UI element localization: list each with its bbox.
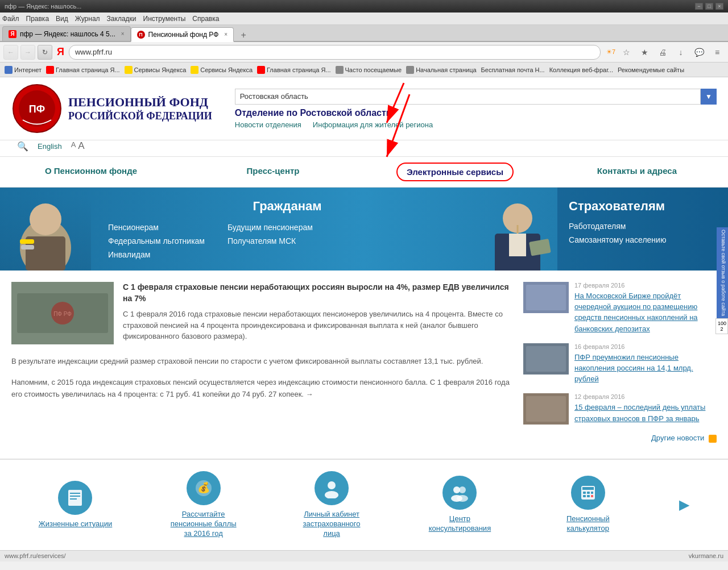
print-icon[interactable]: 🖨 (655, 45, 670, 60)
region-link-info[interactable]: Информация для жителей региона (313, 120, 433, 129)
title-bar: пфр — Яндекс: нашлось... − □ × (0, 0, 728, 13)
bottom-icon-calc: 💰 Рассчитайте пенсионные баллы за 2016 г… (167, 471, 241, 539)
bookmark-mail[interactable]: Бесплатная почта Н... (481, 66, 545, 73)
bookmark-icon[interactable]: ★ (637, 45, 652, 60)
english-link[interactable]: English (38, 142, 62, 151)
forward-button[interactable]: → (20, 45, 35, 60)
minimize-button[interactable]: − (695, 3, 703, 10)
nav-link-eservices[interactable]: Электронные сервисы (364, 157, 546, 187)
hero-link-msk[interactable]: Получателям МСК (228, 236, 313, 246)
bottom-link-life[interactable]: Жизненные ситуации (39, 519, 113, 529)
tab-pfrf[interactable]: П Пенсионный фонд РФ × (131, 27, 234, 42)
back-button[interactable]: ← (3, 45, 18, 60)
header-controls: 🔍 English А А (0, 140, 728, 156)
other-news-link[interactable]: Другие новости (523, 434, 717, 443)
bottom-link-consult[interactable]: Центр консультирования (423, 514, 497, 534)
menu-tools[interactable]: Инструменты (143, 15, 186, 23)
new-tab-button[interactable]: + (236, 30, 251, 41)
menu-help[interactable]: Справка (192, 15, 219, 23)
citizens-title: Гражданам (108, 199, 466, 214)
bookmark-home[interactable]: Начальная страница (406, 66, 476, 74)
tab-yandex[interactable]: Я пфр — Яндекс: нашлось 4 5... × (2, 26, 131, 41)
address-bar: ← → ↻ Я www.pfrf.ru ☀7 ☆ ★ 🖨 ↓ 💬 ≡ (0, 42, 728, 63)
bookmark-frequent[interactable]: Часто посещаемые (336, 66, 402, 74)
search-button[interactable]: 🔍 (17, 141, 28, 152)
hero-link-benefits[interactable]: Федеральным льготникам (108, 236, 205, 246)
sidebar-link-2[interactable]: ПФР преумножил пенсионные накопления рос… (574, 353, 693, 383)
svg-rect-14 (509, 234, 526, 256)
font-small-button[interactable]: А (71, 140, 76, 152)
feedback-right-tab[interactable]: Оставьте свой отзыв о работе сайта (717, 227, 728, 318)
sidebar-date-2: 16 февраля 2016 (574, 343, 717, 350)
nav-link-about[interactable]: О Пенсионном фонде (0, 157, 182, 185)
bottom-icon-calc-circle: 💰 (187, 471, 221, 505)
download-icon[interactable]: ↓ (673, 45, 688, 60)
menu-icon[interactable]: ≡ (710, 45, 725, 60)
url-input[interactable]: www.pfrf.ru (69, 45, 601, 60)
sidebar-thumb-1 (523, 282, 569, 313)
hero-person-right (478, 188, 557, 271)
svg-text:💰: 💰 (197, 481, 210, 494)
reload-button[interactable]: ↻ (38, 45, 52, 60)
hero-link-pensioners[interactable]: Пенсионерам (108, 223, 205, 232)
menu-edit[interactable]: Правка (26, 15, 49, 23)
menu-bookmarks[interactable]: Закладки (107, 15, 136, 23)
nav-highlight-circle: Электронные сервисы (396, 163, 514, 181)
toolbar-icons: ☀7 ☆ ★ 🖨 ↓ 💬 ≡ (606, 45, 725, 60)
nav-link-contacts[interactable]: Контакты и адреса (546, 157, 728, 185)
main-news-body: С 1 февраля страховые пенсии неработающи… (123, 282, 512, 344)
hero-link-disabled[interactable]: Инвалидам (108, 250, 205, 259)
bookmark-yandex2[interactable]: Главная страница Я... (257, 66, 331, 74)
bottom-link-calc[interactable]: Рассчитайте пенсионные баллы за 2016 год (167, 510, 241, 539)
hero-right-links: Работодателям Самозанятому населению (569, 222, 717, 244)
bottom-icons-next-button[interactable]: ▶ (679, 497, 689, 513)
sidebar-date-3: 12 февраля 2016 (574, 393, 717, 400)
svg-rect-10 (20, 239, 34, 244)
bookmark-recommended[interactable]: Рекомендуемые сайты (618, 66, 684, 73)
bookmark-icon-frequent (336, 66, 344, 74)
nav-link-press[interactable]: Пресс-центр (182, 157, 364, 185)
svg-rect-28 (70, 493, 80, 494)
sidebar-content: 17 февраля 2016 На Московской Бирже прой… (523, 282, 717, 447)
svg-point-36 (459, 486, 466, 493)
tab-close-pfrf[interactable]: × (224, 31, 228, 38)
yandex-logo[interactable]: Я (57, 46, 64, 58)
bottom-link-cabinet[interactable]: Личный кабинет застрахованного лица (295, 510, 369, 539)
bookmark-internet[interactable]: Интернет (5, 66, 42, 74)
bookmark-services2[interactable]: Сервисы Яндекса (191, 66, 253, 74)
tab-close-yandex[interactable]: × (121, 31, 125, 37)
menu-view[interactable]: Вид (56, 15, 68, 23)
bottom-icon-cabinet: Личный кабинет застрахованного лица (295, 471, 369, 539)
sidebar-news-body-1: 17 февраля 2016 На Московской Бирже прой… (574, 282, 717, 334)
bookmark-collection[interactable]: Коллекция веб-фраг... (549, 66, 613, 73)
font-large-button[interactable]: А (78, 140, 84, 152)
sidebar-news-body-2: 16 февраля 2016 ПФР преумножил пенсионны… (574, 343, 717, 385)
bookmark-yandex1[interactable]: Главная страница Я... (46, 66, 120, 74)
bottom-icons-section: Жизненные ситуации 💰 Рассчитайте пенсион… (0, 459, 728, 550)
region-dropdown-button[interactable]: ▼ (701, 89, 717, 105)
bookmark-services1[interactable]: Сервисы Яндекса (125, 66, 187, 74)
tab-favicon-yandex: Я (9, 30, 16, 38)
sidebar-news-2: 16 февраля 2016 ПФР преумножил пенсионны… (523, 343, 717, 385)
sidebar-link-3[interactable]: 15 февраля – последний день уплаты страх… (574, 403, 705, 422)
bookmark-icon-internet (5, 66, 13, 74)
hero-link-employers[interactable]: Работодателям (569, 222, 717, 231)
tab-favicon-pfrf: П (137, 31, 145, 39)
svg-rect-46 (591, 495, 593, 497)
bottom-link-pension-calc[interactable]: Пенсионный калькулятор (551, 514, 625, 534)
hero-link-future[interactable]: Будущим пенсионерам (228, 223, 313, 232)
menu-file[interactable]: Файл (2, 15, 19, 23)
star-icon[interactable]: ☆ (619, 45, 634, 60)
main-content: ПФ РФ С 1 февраля страховые пенсии нераб… (11, 282, 512, 447)
menu-journal[interactable]: Журнал (75, 15, 100, 23)
sidebar-thumb-2 (523, 343, 569, 375)
chat-icon[interactable]: 💬 (692, 45, 706, 60)
maximize-button[interactable]: □ (705, 3, 713, 10)
hero-link-selfemployed[interactable]: Самозанятому населению (569, 235, 717, 244)
svg-point-8 (30, 203, 61, 235)
region-link-news[interactable]: Новости отделения (235, 120, 301, 129)
url-wrapper: www.pfrf.ru (69, 45, 601, 60)
close-button[interactable]: × (715, 3, 723, 10)
region-input[interactable] (235, 89, 701, 105)
sidebar-link-1[interactable]: На Московской Бирже пройдёт очередной ау… (574, 292, 698, 333)
